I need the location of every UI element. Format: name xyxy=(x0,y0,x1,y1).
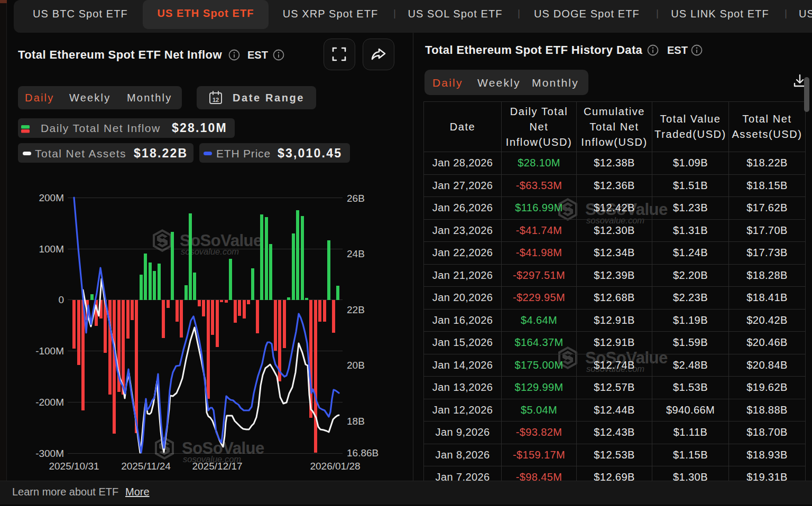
svg-text:2025/10/31: 2025/10/31 xyxy=(49,461,99,472)
svg-text:24B: 24B xyxy=(347,248,365,259)
svg-text:2025/12/17: 2025/12/17 xyxy=(192,461,242,472)
svg-text:2026/01/28: 2026/01/28 xyxy=(310,461,360,472)
svg-text:26B: 26B xyxy=(347,193,365,204)
svg-text:22B: 22B xyxy=(347,304,365,315)
svg-text:-300M: -300M xyxy=(35,448,64,459)
svg-text:200M: 200M xyxy=(39,192,64,203)
svg-text:12: 12 xyxy=(213,97,219,103)
svg-text:-100M: -100M xyxy=(35,345,64,357)
svg-text:100M: 100M xyxy=(39,243,64,255)
svg-text:-200M: -200M xyxy=(35,397,64,408)
svg-text:16.86B: 16.86B xyxy=(347,447,379,458)
svg-text:0: 0 xyxy=(58,294,64,305)
svg-text:20B: 20B xyxy=(347,360,365,371)
svg-text:2025/11/24: 2025/11/24 xyxy=(121,461,171,472)
svg-text:18B: 18B xyxy=(347,416,365,427)
